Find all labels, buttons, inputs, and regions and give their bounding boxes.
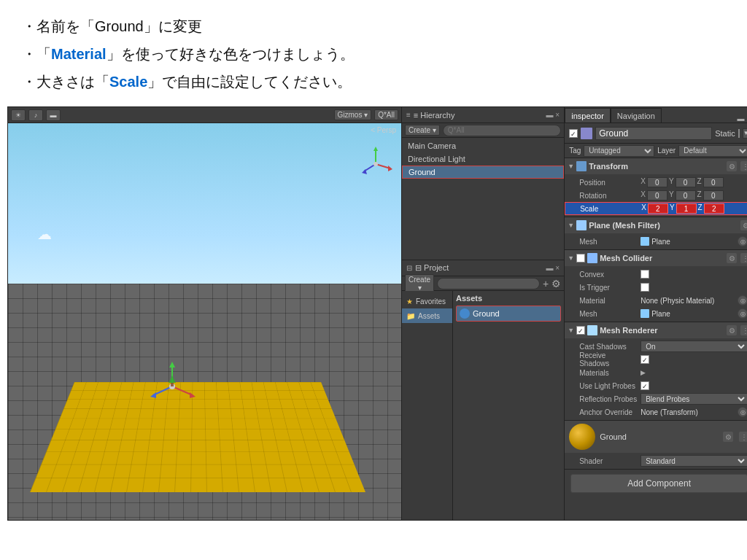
obj-active-checkbox[interactable] <box>569 129 578 138</box>
obj-name-input[interactable] <box>595 127 712 140</box>
ground-asset[interactable]: Ground <box>456 306 561 322</box>
favorites-item[interactable]: ★ Favorites <box>402 294 452 308</box>
material-name: Ground <box>600 432 719 441</box>
transform-title: Transform <box>589 162 628 171</box>
gizmos-btn[interactable]: Gizmos ▾ <box>334 109 372 120</box>
project-panel: ⊟ ⊟ Project ▬ × Create ▾ + ⚙ ★ Favorites… <box>402 260 564 520</box>
object-header: Static ▼ <box>565 123 747 144</box>
scale-x[interactable] <box>648 203 668 214</box>
mesh-filter-gear[interactable]: ⚙ <box>740 220 747 230</box>
convex-checkbox[interactable] <box>640 270 649 279</box>
position-x[interactable] <box>647 177 667 187</box>
collider-mesh-btn[interactable]: ◎ <box>738 308 747 319</box>
collider-mesh-row: Mesh Plane ◎ <box>565 307 747 320</box>
anchor-override-label: Anchor Override <box>579 408 638 416</box>
mesh-filter-obj-btn[interactable]: ◎ <box>738 236 747 246</box>
scale-y[interactable] <box>676 203 697 214</box>
material-gear[interactable]: ⚙ <box>723 432 733 442</box>
collider-material-btn[interactable]: ◎ <box>738 295 747 306</box>
mesh-filter-title: Plane (Mesh Filter) <box>589 221 660 230</box>
hierarchy-items-list: Main Camera Directional Light Ground <box>402 138 564 260</box>
scene-canvas[interactable]: ☁ < Persp <box>8 123 402 520</box>
rotation-y[interactable] <box>676 190 696 201</box>
materials-expand[interactable]: ▶ <box>640 369 646 376</box>
hierarchy-create-btn[interactable]: Create ▾ <box>405 125 440 136</box>
svg-marker-1 <box>374 147 378 151</box>
hierarchy-menu-icon[interactable]: ▬ × <box>546 111 560 119</box>
inspector-panel: inspector Navigation ▬ × Static ▼ Tag <box>565 107 747 520</box>
tab-inspector[interactable]: inspector <box>565 108 611 122</box>
mesh-renderer-extra[interactable]: ⋮ <box>740 325 747 335</box>
mesh-collider-enabled[interactable] <box>576 254 585 262</box>
anchor-override-btn[interactable]: ◎ <box>738 407 747 417</box>
material-sphere-preview <box>569 424 595 450</box>
mesh-collider-gear[interactable]: ⚙ <box>727 253 737 263</box>
transform-icon <box>576 161 587 171</box>
project-plus-icon[interactable]: + <box>543 278 549 289</box>
sound-tool-btn[interactable]: ♪ <box>28 109 43 121</box>
add-component-button[interactable]: Add Component <box>570 474 747 493</box>
sun-tool-btn[interactable]: ☀ <box>11 109 26 121</box>
instructions-area: ・名前を「Ground」に変更 ・「Material」を使って好きな色をつけまし… <box>0 0 747 106</box>
anchor-override-value: None (Transform) <box>640 408 735 416</box>
mesh-renderer-body: Cast Shadows On Receive Shadows Material… <box>565 338 747 420</box>
use-light-probes-checkbox[interactable] <box>640 381 649 390</box>
collider-material-row: Material None (Physic Material) ◎ <box>565 294 747 307</box>
unity-editor: ☀ ♪ ▬ Gizmos ▾ Q*All ☁ < Persp <box>7 106 747 521</box>
transform-gear[interactable]: ⚙ <box>727 161 737 171</box>
receive-shadows-checkbox[interactable] <box>640 355 649 364</box>
hierarchy-item-directional-light[interactable]: Directional Light <box>402 152 564 166</box>
quality-btn[interactable]: Q*All <box>374 109 398 120</box>
mesh-renderer-enabled[interactable] <box>576 326 585 335</box>
assets-label: Assets <box>456 294 561 303</box>
instruction-line2: ・「Material」を使って好きな色をつけましょう。 <box>22 41 725 67</box>
transform-extra[interactable]: ⋮ <box>740 161 747 171</box>
transform-header[interactable]: ▼ Transform ⚙ ⋮ <box>565 158 747 174</box>
tab-navigation[interactable]: Navigation <box>611 108 662 122</box>
tag-layer-row: Tag Untagged Layer Default <box>565 144 747 158</box>
anchor-override-text: None (Transform) <box>640 408 698 416</box>
mesh-renderer-gear[interactable]: ⚙ <box>727 325 737 335</box>
scene-toolbar: ☀ ♪ ▬ Gizmos ▾ Q*All <box>8 107 401 123</box>
project-menu-icon[interactable]: ▬ × <box>546 264 560 272</box>
static-checkbox[interactable] <box>738 129 740 138</box>
assets-item[interactable]: 📁 Assets <box>402 308 452 323</box>
screen-tool-btn[interactable]: ▬ <box>46 109 61 121</box>
use-light-probes-row: Use Light Probes <box>565 379 747 392</box>
cast-shadows-dropdown[interactable]: On <box>640 341 747 352</box>
scale-z[interactable] <box>704 203 724 214</box>
rotation-z[interactable] <box>703 190 724 201</box>
inspector-content: Static ▼ Tag Untagged Layer Default ▼ <box>565 123 747 520</box>
materials-label: Materials <box>579 369 638 377</box>
project-settings-icon[interactable]: ⚙ <box>551 278 561 289</box>
collider-mesh-label: Mesh <box>579 310 638 318</box>
transform-body: Position X Y Z Rotation <box>565 174 747 217</box>
rotation-x[interactable] <box>647 190 667 201</box>
instruction-line3: ・大きさは「Scale」で自由に設定してください。 <box>22 69 725 95</box>
static-dropdown[interactable]: ▼ <box>743 128 747 139</box>
position-z[interactable] <box>703 177 724 187</box>
shader-dropdown[interactable]: Standard <box>640 455 747 467</box>
is-trigger-checkbox[interactable] <box>640 283 649 292</box>
reflection-probes-label: Reflection Probes <box>579 395 638 403</box>
project-search-input[interactable] <box>437 278 540 289</box>
project-sidebar: ★ Favorites 📁 Assets <box>402 291 453 520</box>
layer-dropdown[interactable]: Default <box>678 145 747 157</box>
rotation-row: Rotation X Y Z <box>565 189 747 202</box>
mesh-collider-extra[interactable]: ⋮ <box>740 253 747 263</box>
project-create-btn[interactable]: Create ▾ <box>405 274 434 293</box>
mesh-plane-icon <box>640 237 649 246</box>
hierarchy-search-input[interactable] <box>443 125 561 136</box>
position-y[interactable] <box>676 177 696 187</box>
material-extra[interactable]: ⋮ <box>739 432 747 442</box>
hierarchy-item-ground[interactable]: Ground <box>402 166 564 179</box>
mesh-filter-header[interactable]: ▼ Plane (Mesh Filter) ⚙ <box>565 217 747 233</box>
reflection-probes-dropdown[interactable]: Blend Probes <box>640 393 747 405</box>
mesh-collider-header[interactable]: ▼ Mesh Collider ⚙ ⋮ <box>565 250 747 266</box>
use-light-probes-label: Use Light Probes <box>579 382 638 390</box>
hierarchy-item-camera[interactable]: Main Camera <box>402 139 564 152</box>
tag-dropdown[interactable]: Untagged <box>584 145 654 157</box>
mesh-renderer-header[interactable]: ▼ Mesh Renderer ⚙ ⋮ <box>565 322 747 338</box>
material-header[interactable]: Ground ⚙ ⋮ <box>565 421 747 453</box>
mesh-filter-icon <box>576 220 587 230</box>
